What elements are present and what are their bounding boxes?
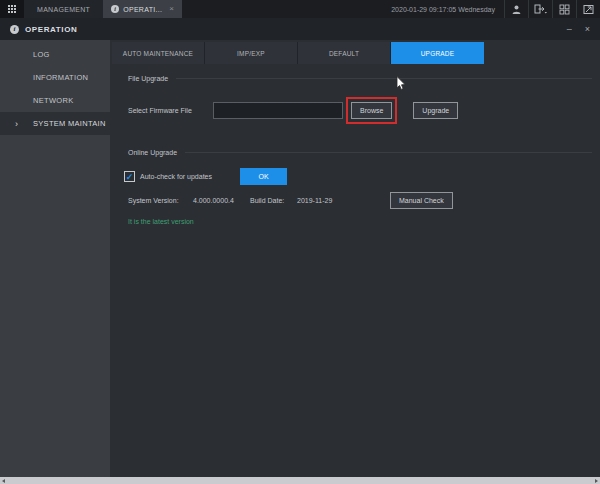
app-tab-management-label: MANAGEMENT [37,6,90,13]
window-tab-bar: MANAGEMENT i OPERATI... × 2020-01-29 09:… [0,0,600,18]
ok-button[interactable]: OK [240,168,287,185]
version-row: System Version: 4.000.0000.4 Build Date:… [110,192,600,210]
manual-check-button[interactable]: Manual Check [390,192,453,209]
sidebar: LOG INFORMATION NETWORK › SYSTEM MAINTAI… [0,40,110,477]
latest-version-status: It is the latest version [128,218,194,225]
apps-grid-icon [8,5,16,13]
sidebar-item-log[interactable]: LOG [0,43,110,66]
topbar-spacer [182,0,391,18]
scroll-left-icon[interactable] [2,479,5,483]
tab-imp-exp[interactable]: IMP/EXP [205,42,298,64]
tab-imp-exp-label: IMP/EXP [237,50,265,57]
tab-default-label: DEFAULT [329,50,359,57]
datetime-label: 2020-01-29 09:17:05 Wednesday [391,6,495,13]
browse-annotation-highlight: Browse [346,97,397,124]
tab-auto-maintenance-label: AUTO MAINTENANCE [123,50,193,57]
tabstrip: AUTO MAINTENANCE IMP/EXP DEFAULT UPGRADE [112,42,484,64]
app-tab-operation[interactable]: i OPERATI... × [103,0,182,18]
tab-auto-maintenance[interactable]: AUTO MAINTENANCE [112,42,205,64]
upgrade-button[interactable]: Upgrade [413,102,458,119]
screen: MANAGEMENT i OPERATI... × 2020-01-29 09:… [0,0,600,484]
firmware-file-input[interactable] [213,102,343,119]
screen-switch-button[interactable] [576,0,600,18]
layout-grid-icon [559,4,570,15]
browse-button[interactable]: Browse [351,102,392,119]
firmware-file-row: Select Firmware File Browse Upgrade [128,97,458,124]
logout-icon [534,4,548,15]
sidebar-item-network-label: NETWORK [33,96,73,105]
sidebar-item-network[interactable]: NETWORK [0,89,110,112]
horizontal-scrollbar[interactable] [0,477,600,484]
scroll-right-icon[interactable] [595,479,598,483]
online-upgrade-section-title: Online Upgrade [128,149,177,156]
info-icon: i [111,5,119,13]
apps-grid-button[interactable] [0,0,24,18]
titlebar: i OPERATION – × [0,18,600,40]
user-icon [511,4,522,15]
auto-check-checkbox[interactable]: ✓ [124,171,135,182]
logout-button[interactable] [528,0,552,18]
app-tab-operation-label: OPERATI... [123,6,162,13]
operation-info-icon: i [10,25,19,34]
sidebar-item-system-maintain-label: SYSTEM MAINTAIN [33,119,106,128]
auto-check-row: ✓ Auto-check for updates OK [110,168,600,185]
tab-upgrade[interactable]: UPGRADE [391,42,484,64]
sidebar-item-information[interactable]: INFORMATION [0,66,110,89]
select-firmware-file-label: Select Firmware File [128,107,213,114]
sidebar-item-system-maintain[interactable]: › SYSTEM MAINTAIN [0,112,110,135]
app-tab-management[interactable]: MANAGEMENT [24,0,103,18]
sidebar-item-information-label: INFORMATION [33,73,88,82]
tab-default[interactable]: DEFAULT [298,42,391,64]
topbar-icon-group [504,0,600,18]
close-icon[interactable]: × [585,25,590,34]
minimize-icon[interactable]: – [567,25,572,34]
auto-check-label: Auto-check for updates [140,173,212,180]
build-date-label: Build Date: [250,197,284,204]
content: AUTO MAINTENANCE IMP/EXP DEFAULT UPGRADE… [110,40,600,477]
layout-button[interactable] [552,0,576,18]
file-upgrade-section-title: File Upgrade [128,75,168,82]
section-divider [176,78,592,79]
build-date-value: 2019-11-29 [297,197,332,204]
user-button[interactable] [504,0,528,18]
chevron-right-icon: › [15,118,18,128]
checkmark-icon: ✓ [126,172,134,182]
tab-close-icon[interactable]: × [169,5,174,13]
online-upgrade-section-header: Online Upgrade [128,149,592,156]
tab-upgrade-label: UPGRADE [421,50,455,57]
system-version-value: 4.000.0000.4 [193,197,234,204]
section-divider [185,152,592,153]
page-title: OPERATION [25,25,77,34]
window-controls: – × [567,25,590,34]
file-upgrade-section-header: File Upgrade [128,75,592,82]
sidebar-item-log-label: LOG [33,50,50,59]
screen-switch-icon [583,4,594,15]
system-version-label: System Version: [128,197,179,204]
